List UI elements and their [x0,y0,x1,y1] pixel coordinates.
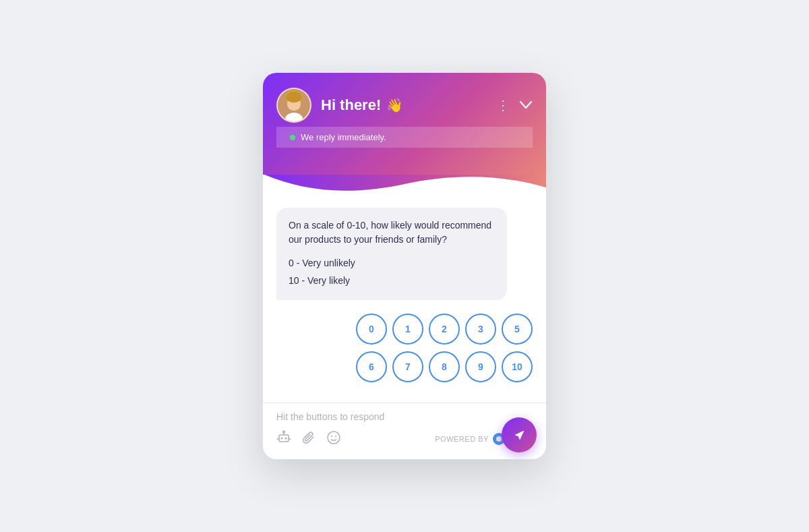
wave-emoji: 👋 [386,97,403,113]
rating-btn-9[interactable]: 9 [465,351,496,382]
footer-placeholder: Hit the buttons to respond [276,411,533,422]
svg-point-7 [285,437,287,439]
bot-icon-button[interactable] [276,430,291,448]
svg-point-10 [331,436,332,437]
rating-btn-1[interactable]: 1 [392,314,423,345]
status-bar: We reply immediately. [276,127,533,148]
svg-point-3 [286,92,302,103]
attach-icon-button[interactable] [302,430,316,448]
rating-btn-2[interactable]: 2 [429,314,460,345]
powered-by-label: POWERED BY [435,435,489,443]
svg-point-6 [281,437,283,439]
rating-btn-6[interactable]: 6 [356,351,387,382]
rating-btn-5[interactable]: 5 [502,314,533,345]
scale-high: 10 - Very likely [289,272,495,289]
status-text: We reply immediately. [301,132,386,142]
send-icon [512,428,526,442]
chat-body: On a scale of 0-10, how likely would rec… [263,194,546,402]
greeting-text: Hi there! [321,96,381,114]
svg-point-11 [335,436,336,437]
footer-icons: POWERED BY TIDIO [276,430,533,448]
status-dot [290,135,295,140]
chat-widget: Hi there! 👋 ⋮ We reply immediately. [263,73,546,459]
rating-row-2: 6 7 8 9 10 [356,351,533,382]
chat-footer: Hit the buttons to respond [263,411,546,459]
svg-point-9 [328,432,340,444]
avatar [276,88,311,123]
svg-point-12 [496,436,502,442]
scale-labels: 0 - Very unlikely 10 - Very likely [289,255,495,289]
rating-btn-10[interactable]: 10 [502,351,533,382]
send-button[interactable] [502,417,537,452]
rating-row-1: 0 1 2 3 5 [356,314,533,345]
scale-low: 0 - Very unlikely [289,255,495,272]
rating-btn-3[interactable]: 3 [465,314,496,345]
header-left: Hi there! 👋 [276,88,403,123]
chat-divider [263,403,546,403]
chat-header: Hi there! 👋 ⋮ We reply immediately. [263,73,546,175]
rating-btn-7[interactable]: 7 [392,351,423,382]
more-options-button[interactable]: ⋮ [496,98,510,112]
svg-rect-5 [279,435,289,442]
rating-section: 0 1 2 3 5 6 7 8 9 10 [276,314,533,396]
header-top: Hi there! 👋 ⋮ [276,88,533,123]
emoji-icon-button[interactable] [326,430,341,448]
rating-btn-8[interactable]: 8 [429,351,460,382]
header-title: Hi there! 👋 [321,96,403,114]
wave-divider [263,174,546,194]
header-actions: ⋮ [496,98,533,112]
message-question: On a scale of 0-10, how likely would rec… [289,218,495,247]
minimize-button[interactable] [519,98,533,112]
rating-btn-0[interactable]: 0 [356,314,387,345]
message-bubble: On a scale of 0-10, how likely would rec… [276,208,507,299]
